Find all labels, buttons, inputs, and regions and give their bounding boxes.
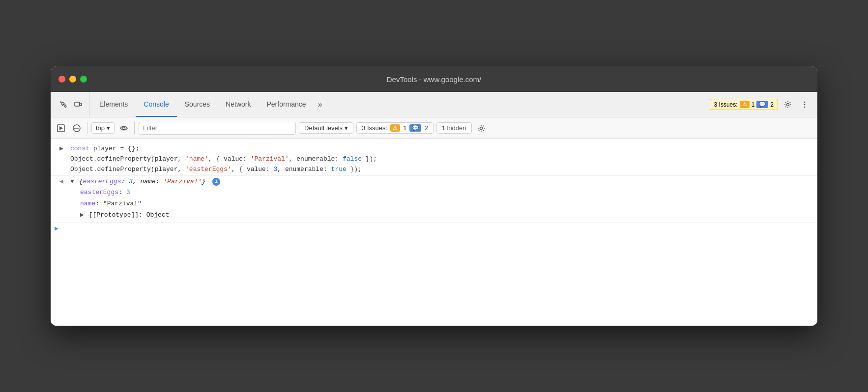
console-output-entry: ◀ ▼ {easterEggs: 3, name: 'Parzival'} i …	[51, 176, 817, 222]
object-expanded: easterEggs: 3 name: "Parzival" ▶ [[Proto…	[70, 187, 813, 221]
hidden-count: 1 hidden	[436, 122, 472, 134]
toolbar-divider-1	[87, 122, 87, 134]
info-icon[interactable]: i	[212, 178, 220, 186]
prop-easter-eggs: easterEggs: 3	[80, 187, 813, 198]
console-info-badge: 💬	[409, 124, 421, 132]
devtools-window: DevTools - www.google.com/ Elements Cons…	[51, 66, 817, 326]
more-options-icon[interactable]	[798, 98, 811, 112]
tabs-more-button[interactable]: »	[314, 92, 326, 117]
prototype-expand-arrow[interactable]: ▶	[80, 210, 84, 221]
titlebar: DevTools - www.google.com/	[51, 66, 817, 92]
maximize-button[interactable]	[80, 76, 87, 83]
output-content: ▼ {easterEggs: 3, name: 'Parzival'} i ea…	[68, 177, 813, 221]
tab-actions: 3 Issues: ⚠ 1 💬 2	[706, 92, 815, 117]
console-prompt[interactable]: ▶	[51, 223, 817, 234]
svg-point-10	[123, 127, 125, 129]
svg-point-3	[804, 101, 806, 103]
context-selector[interactable]: top ▾	[91, 122, 115, 134]
issues-info-count: 2	[770, 101, 774, 108]
toolbar-divider-2	[134, 122, 135, 134]
issues-warn-count: 1	[752, 101, 755, 108]
svg-point-11	[480, 127, 482, 129]
svg-rect-0	[75, 102, 80, 106]
prop-name: name: "Parzival"	[80, 198, 813, 210]
console-warn-badge: ⚠	[390, 124, 400, 132]
filter-input[interactable]	[139, 122, 296, 135]
console-info-count: 2	[424, 124, 428, 132]
console-content: ▶ const player = {}; Object.defineProper…	[51, 139, 817, 326]
tab-sources[interactable]: Sources	[177, 92, 218, 117]
console-issues-label: 3 Issues:	[362, 124, 387, 132]
window-title: DevTools - www.google.com/	[387, 75, 482, 84]
console-warn-count: 1	[403, 124, 406, 132]
eye-icon[interactable]	[117, 122, 130, 135]
devtools-tabs-bar: Elements Console Sources Network Perform…	[51, 92, 817, 117]
svg-rect-1	[80, 103, 82, 106]
svg-marker-7	[59, 126, 63, 130]
svg-point-2	[787, 103, 789, 106]
device-toolbar-icon[interactable]	[71, 98, 85, 112]
prop-prototype: ▶ [[Prototype]]: Object	[80, 210, 813, 221]
settings-icon[interactable]	[781, 98, 795, 112]
tab-icon-group	[53, 92, 89, 117]
minimize-button[interactable]	[69, 76, 76, 83]
console-settings-icon[interactable]	[475, 122, 488, 135]
prompt-arrow-icon: ▶	[55, 224, 58, 232]
issues-info-icon: 💬	[756, 101, 768, 108]
console-toolbar: top ▾ Default levels ▾ 3 Issues: ⚠ 1 💬 2…	[51, 117, 817, 139]
expand-object-arrow[interactable]: ▼	[70, 177, 74, 187]
output-indicator: ◀	[55, 177, 68, 185]
issues-warn-icon: ⚠	[740, 101, 750, 108]
log-levels-dropdown-icon: ▾	[345, 124, 348, 132]
tab-performance[interactable]: Performance	[259, 92, 314, 117]
issues-badge[interactable]: 3 Issues: ⚠ 1 💬 2	[710, 99, 778, 110]
svg-point-4	[804, 104, 806, 105]
log-levels-label: Default levels	[304, 124, 343, 132]
inspector-icon[interactable]	[57, 98, 70, 112]
context-label: top	[96, 124, 105, 132]
console-input-entry: ▶ const player = {}; Object.defineProper…	[51, 143, 817, 176]
tab-network[interactable]: Network	[218, 92, 259, 117]
tab-console[interactable]: Console	[136, 92, 176, 117]
clear-console-icon[interactable]	[70, 122, 83, 135]
issues-label: 3 Issues:	[714, 101, 738, 108]
traffic-lights	[58, 76, 87, 83]
tab-elements[interactable]: Elements	[91, 92, 136, 117]
run-snippet-icon[interactable]	[55, 122, 67, 135]
code-keyword: const	[70, 145, 93, 152]
input-content: const player = {}; Object.defineProperty…	[68, 144, 813, 174]
context-dropdown-icon: ▾	[107, 124, 110, 132]
input-arrow[interactable]: ▶	[55, 144, 68, 152]
svg-point-5	[804, 106, 806, 108]
console-issues-button[interactable]: 3 Issues: ⚠ 1 💬 2	[356, 122, 434, 134]
log-levels-selector[interactable]: Default levels ▾	[299, 122, 353, 134]
close-button[interactable]	[58, 76, 65, 83]
